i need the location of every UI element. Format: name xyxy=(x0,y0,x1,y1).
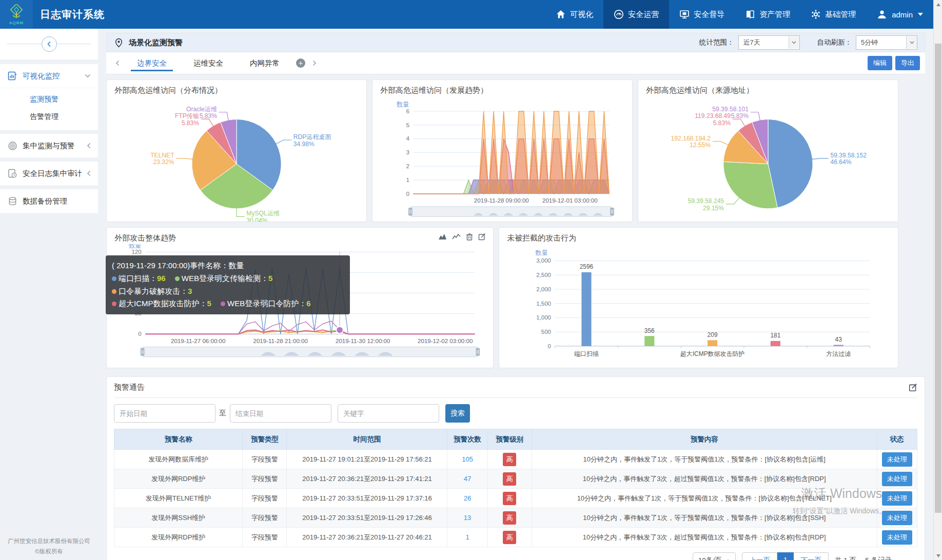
alert-name: 发现外网TELNET维护 xyxy=(114,489,243,508)
svg-text:2: 2 xyxy=(406,163,409,169)
nav-item-asset-management[interactable]: 资产管理 xyxy=(735,0,800,29)
status-button[interactable]: 未处理 xyxy=(882,491,912,506)
nav-item-security-supervision[interactable]: 安全督导 xyxy=(669,0,735,29)
table-row: 发现外网RDP维护 字段预警 2019-11-27 20:36:21至2019-… xyxy=(114,528,917,547)
svg-text:RDP远程桌面34.98%: RDP远程桌面34.98% xyxy=(293,133,331,148)
auto-refresh-select[interactable]: 5分钟 xyxy=(856,35,917,50)
scroll-down-icon[interactable] xyxy=(934,551,942,560)
source-pie-chart[interactable]: 59.39.58.15246.64%59.39.58.24529.15%192.… xyxy=(638,96,898,222)
nav-item-user-menu[interactable]: admin xyxy=(866,0,933,29)
export-button[interactable]: 导出 xyxy=(895,56,920,70)
unblocked-attacks-bar-chart[interactable]: 05001,0001,5002,0002,5003,000数量259635620… xyxy=(499,244,898,368)
svg-text:端口扫描: 端口扫描 xyxy=(574,350,599,357)
auto-refresh-label: 自动刷新： xyxy=(817,38,852,47)
svg-text:FTP传输5.83%: FTP传输5.83% xyxy=(175,112,199,127)
status-button[interactable]: 未处理 xyxy=(882,472,912,486)
scroll-up-icon[interactable] xyxy=(934,0,942,9)
nav-menu: 可视化 安全运营 安全督导 资产管理 基础管理 admin xyxy=(545,0,933,29)
sidebar-group-backup: 数据备份管理 xyxy=(0,189,98,213)
clear-icon[interactable] xyxy=(466,233,473,241)
svg-text:2019-12-01 03:00:00: 2019-12-01 03:00:00 xyxy=(542,197,598,204)
svg-text:59.39.58.24529.15%: 59.39.58.24529.15% xyxy=(688,197,724,212)
trend-line-chart[interactable]: 0123456数量2019-11-28 09:00:002019-12-01 0… xyxy=(372,96,632,222)
alert-count-link[interactable]: 1 xyxy=(465,533,469,541)
tab-ops-security[interactable]: 运维安全 xyxy=(180,52,237,74)
sidebar-item-alarm-management[interactable]: 告警管理 xyxy=(0,108,98,125)
level-badge: 高 xyxy=(503,472,516,486)
svg-text:3: 3 xyxy=(406,149,409,155)
svg-text:0: 0 xyxy=(548,343,551,349)
tabs-scroll-right-icon[interactable] xyxy=(308,60,321,66)
chevron-left-icon xyxy=(87,170,91,176)
panel-title: 外部高危运维访问（来源地址） xyxy=(638,80,898,96)
alert-count-link[interactable]: 47 xyxy=(464,475,471,483)
status-button[interactable]: 未处理 xyxy=(882,511,912,525)
edit-icon[interactable] xyxy=(478,233,486,241)
tabs-scroll-left-icon[interactable] xyxy=(111,60,124,66)
page-size-select[interactable]: 10条/页 ▲ xyxy=(693,552,736,560)
keyword-input[interactable] xyxy=(338,404,439,423)
svg-text:1,500: 1,500 xyxy=(537,301,552,307)
status-button[interactable]: 未处理 xyxy=(882,530,912,545)
level-badge: 高 xyxy=(503,511,516,525)
alerts-table: 预警名称 预警类型 时间范围 预警次数 预警级别 预警内容 状态 发现外网数据库… xyxy=(114,429,917,547)
logo-icon xyxy=(8,4,25,22)
svg-text:500: 500 xyxy=(541,329,551,335)
status-button[interactable]: 未处理 xyxy=(882,452,912,467)
alert-count-link[interactable]: 105 xyxy=(462,455,473,463)
stat-range-select[interactable]: 近7天 xyxy=(738,35,800,50)
add-tab-icon[interactable]: + xyxy=(296,58,305,68)
attack-trend-chart[interactable]: 0306090120数量2019-11-27 06:00:002019-11-2… xyxy=(107,244,493,368)
level-badge: 高 xyxy=(503,492,516,505)
tab-boundary-security[interactable]: 边界安全 xyxy=(124,52,180,74)
area-chart-icon[interactable] xyxy=(438,233,447,241)
svg-text:MySQL运维30.04%: MySQL运维30.04% xyxy=(246,210,280,222)
sidebar-collapse-button[interactable] xyxy=(42,36,57,52)
table-row: 发现外网RDP维护 字段预警 2019-11-27 20:36:21至2019-… xyxy=(114,469,917,489)
chevron-down-icon xyxy=(85,74,91,78)
svg-text:2,500: 2,500 xyxy=(537,272,552,278)
svg-text:TELNET23.32%: TELNET23.32% xyxy=(150,152,174,166)
chevron-left-icon xyxy=(47,41,52,47)
next-page-button[interactable]: 下一页 xyxy=(794,552,829,560)
scrollbar-thumb[interactable] xyxy=(935,44,941,513)
pager: 上一页 1 下一页 xyxy=(742,552,829,560)
sidebar-item-visual-monitoring[interactable]: 可视化监控 xyxy=(0,64,98,88)
location-pin-icon xyxy=(114,38,124,48)
svg-text:2,000: 2,000 xyxy=(537,286,552,292)
start-date-input[interactable] xyxy=(114,404,215,423)
nav-item-visualization[interactable]: 可视化 xyxy=(545,0,603,29)
edit-button[interactable]: 编辑 xyxy=(868,56,892,70)
panel-attack-trend: 外部攻击整体趋势 0306090120数量2019-11-27 06:00:00… xyxy=(106,227,494,368)
sidebar-submenu: 监测预警 告警管理 xyxy=(0,88,98,130)
page-number-button[interactable]: 1 xyxy=(777,552,794,560)
sidebar-item-data-backup[interactable]: 数据备份管理 xyxy=(0,189,98,213)
audit-doc-icon xyxy=(7,168,17,178)
end-date-input[interactable] xyxy=(230,404,331,423)
alert-count-link[interactable]: 26 xyxy=(464,494,471,502)
tab-intranet-anomaly[interactable]: 内网异常 xyxy=(237,52,293,74)
svg-text:2019-11-30 12:00:00: 2019-11-30 12:00:00 xyxy=(336,338,390,344)
stat-range-label: 统计范围： xyxy=(699,38,734,47)
line-chart-icon[interactable] xyxy=(452,233,461,241)
search-button[interactable]: 搜索 xyxy=(445,404,470,423)
svg-text:90: 90 xyxy=(135,269,142,275)
nav-item-security-operations[interactable]: 安全运营 xyxy=(603,0,669,29)
table-row: 发现外网数据库维护 字段预警 2019-11-27 19:01:21至2019-… xyxy=(114,450,917,469)
chart-doc-icon xyxy=(7,71,17,81)
edit-icon[interactable] xyxy=(909,383,917,392)
svg-text:59.39.58.15246.64%: 59.39.58.15246.64% xyxy=(830,152,867,166)
nav-item-basic-management[interactable]: 基础管理 xyxy=(800,0,866,29)
panel-source-address: 外部高危运维访问（来源地址） 59.39.58.15246.64%59.39.5… xyxy=(638,79,898,222)
distribution-pie-chart[interactable]: RDP远程桌面34.98%MySQL运维30.04%TELNET23.32%FT… xyxy=(107,96,366,222)
svg-text:数量: 数量 xyxy=(129,244,142,249)
table-row: 发现外网SSH维护 字段预警 2019-11-27 20:33:51至2019-… xyxy=(114,508,917,528)
sidebar-item-central-monitoring[interactable]: 集中监测与预警 xyxy=(0,134,98,158)
alert-count-link[interactable]: 13 xyxy=(464,514,471,522)
prev-page-button[interactable]: 上一页 xyxy=(742,552,777,560)
pagination-summary: 共 1 页 ，5 条记录 xyxy=(835,556,892,560)
footer-copyright: 广州世安信息技术股份有限公司 ©版权所有 xyxy=(0,536,98,557)
sidebar-item-log-audit[interactable]: 安全日志集中审计 xyxy=(0,162,98,186)
sidebar-item-monitor-warning[interactable]: 监测预警 xyxy=(0,90,98,108)
svg-text:1: 1 xyxy=(406,176,409,183)
